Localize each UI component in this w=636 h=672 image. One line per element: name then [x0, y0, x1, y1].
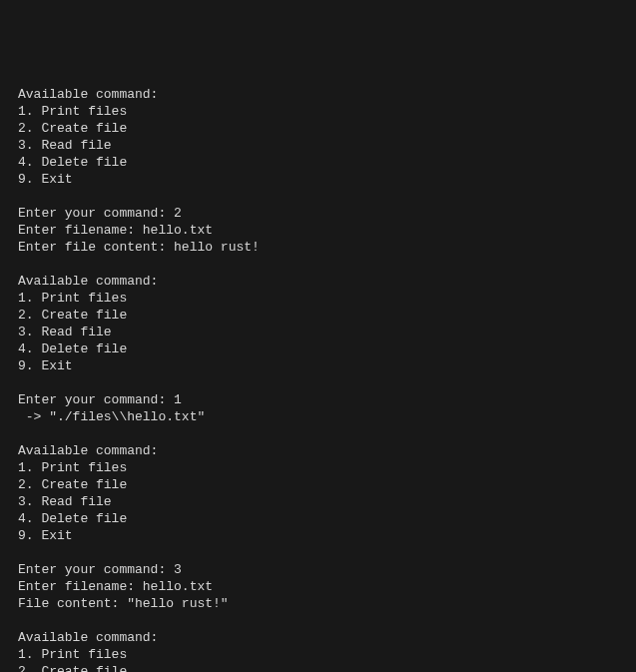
menu-item: 9. Exit — [18, 357, 618, 374]
menu-header: Available command: — [18, 273, 618, 290]
menu-header: Available command: — [18, 86, 618, 103]
blank-line — [18, 612, 618, 629]
terminal-line: File content: "hello rust!" — [18, 595, 618, 612]
menu-item: 1. Print files — [18, 459, 618, 476]
blank-line — [18, 425, 618, 442]
terminal-line: Enter your command: 2 — [18, 205, 618, 222]
menu-item: 2. Create file — [18, 476, 618, 493]
menu-item: 3. Read file — [18, 137, 618, 154]
terminal-line: Enter filename: hello.txt — [18, 578, 618, 595]
terminal-line: Enter filename: hello.txt — [18, 222, 618, 239]
menu-item: 9. Exit — [18, 527, 618, 544]
blank-line — [18, 188, 618, 205]
terminal-output: Available command:1. Print files2. Creat… — [18, 86, 618, 672]
blank-line — [18, 256, 618, 273]
blank-line — [18, 544, 618, 561]
menu-item: 1. Print files — [18, 646, 618, 663]
menu-item: 4. Delete file — [18, 340, 618, 357]
terminal-line: Enter file content: hello rust! — [18, 239, 618, 256]
terminal-line: -> "./files\\hello.txt" — [18, 408, 618, 425]
menu-item: 1. Print files — [18, 103, 618, 120]
menu-item: 2. Create file — [18, 663, 618, 672]
menu-item: 2. Create file — [18, 120, 618, 137]
menu-item: 4. Delete file — [18, 154, 618, 171]
blank-line — [18, 374, 618, 391]
menu-item: 9. Exit — [18, 171, 618, 188]
menu-header: Available command: — [18, 629, 618, 646]
menu-item: 1. Print files — [18, 290, 618, 307]
terminal-line: Enter your command: 1 — [18, 391, 618, 408]
menu-header: Available command: — [18, 442, 618, 459]
menu-item: 3. Read file — [18, 493, 618, 510]
menu-item: 4. Delete file — [18, 510, 618, 527]
terminal-line: Enter your command: 3 — [18, 561, 618, 578]
menu-item: 2. Create file — [18, 307, 618, 324]
menu-item: 3. Read file — [18, 324, 618, 340]
